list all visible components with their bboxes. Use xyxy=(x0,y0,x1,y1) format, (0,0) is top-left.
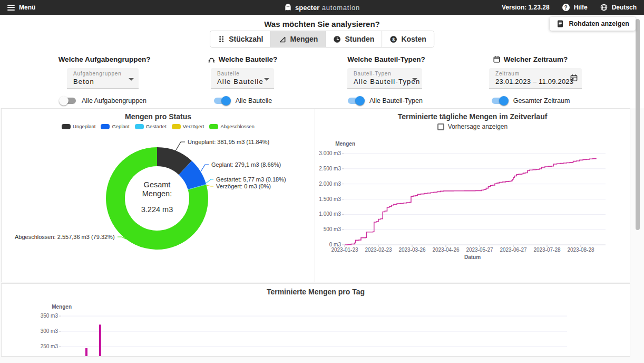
aufgabengruppen-select-label: Aufgabengruppen xyxy=(73,71,125,77)
svg-text:500 m3: 500 m3 xyxy=(324,226,341,232)
bauteil-typen-select-label: Bauteil-Typen xyxy=(354,71,408,77)
tab-mengen[interactable]: Mengen xyxy=(271,31,326,47)
set-square-icon xyxy=(279,35,287,43)
calendar-icon xyxy=(570,73,578,82)
toggle-alle-bauteil-typen-label: Alle Bauteil-Typen xyxy=(369,97,423,104)
clock-icon xyxy=(333,35,341,43)
toggle-alle-bauteil-typen[interactable] xyxy=(347,96,365,106)
svg-text:350 m3: 350 m3 xyxy=(41,313,58,319)
svg-text:2023-01-23: 2023-01-23 xyxy=(331,247,358,253)
language-label: Deutsch xyxy=(612,4,637,11)
tab-kosten-label: Kosten xyxy=(401,35,426,43)
help-button[interactable]: ? Hilfe xyxy=(562,4,588,11)
svg-text:2023-02-23: 2023-02-23 xyxy=(365,247,392,253)
show-raw-data-button[interactable]: Rohdaten anzeigen xyxy=(550,17,636,31)
timeline-panel: Terminierte tägliche Mengen im Zeitverla… xyxy=(315,108,630,282)
zeitraum-field-value: 23.01.2023 – 11.09.2023 xyxy=(495,78,566,85)
bauteile-select-label: Bauteile xyxy=(217,71,260,77)
svg-text:$: $ xyxy=(392,36,395,42)
slice-label-geplant: Geplant: 279,1 m3 (8.66%) xyxy=(211,161,281,168)
toggle-gesamter-zeitraum[interactable] xyxy=(491,96,509,106)
show-raw-data-label: Rohdaten anzeigen xyxy=(569,20,629,27)
filter-zeitraum-question: Welcher Zeitraum? xyxy=(489,55,571,63)
status-donut-panel: Mengen pro Status Ungeplant Geplant Gest… xyxy=(1,108,315,282)
help-label: Hilfe xyxy=(574,4,588,11)
chevron-down-icon xyxy=(129,78,134,81)
daily-bars-panel: Terminierte Mengen pro Tag Mengen 350 m3… xyxy=(1,283,630,357)
donut-center-total: Gesamt Mengen: 3.224 m3 xyxy=(125,180,189,214)
tab-stunden[interactable]: Stunden xyxy=(325,31,382,47)
analyze-tabs: Stückzahl Mengen Stunden $ xyxy=(210,31,434,47)
language-button[interactable]: Deutsch xyxy=(600,4,637,11)
svg-text:2023-04-26: 2023-04-26 xyxy=(432,247,460,253)
help-icon: ? xyxy=(562,4,570,11)
menu-label: Menü xyxy=(19,4,35,11)
hamburger-icon xyxy=(7,5,15,11)
svg-text:2023-06-27: 2023-06-27 xyxy=(500,247,527,253)
bauteil-typen-select[interactable]: Bauteil-Typen Alle Bauteil-Typen xyxy=(347,68,422,89)
slice-label-verzoegert: Verzögert: 0 m3 (0%) xyxy=(216,183,271,189)
toggle-alle-aufgabengruppen-label: Alle Aufgabengruppen xyxy=(82,97,147,104)
svg-text:1.500 m3: 1.500 m3 xyxy=(319,196,341,202)
toggle-alle-bauteile-label: Alle Bauteile xyxy=(236,97,272,104)
filter-section: Rohdaten anzeigen Was möchten Sie analys… xyxy=(0,15,644,108)
slice-label-ungeplant: Ungeplant: 381,95 m3 (11.84%) xyxy=(188,139,269,145)
tab-stueckzahl[interactable]: Stückzahl xyxy=(210,31,270,47)
bauteile-select-value: Alle Bauteile xyxy=(217,78,260,85)
timeline-x-axis-title: Datum xyxy=(315,254,630,260)
brand-name: specter xyxy=(295,4,319,12)
svg-text:300 m3: 300 m3 xyxy=(41,328,58,334)
toggle-alle-aufgabengruppen[interactable] xyxy=(59,96,77,106)
tab-stueckzahl-label: Stückzahl xyxy=(229,35,263,43)
filter-zeitraum: Welcher Zeitraum? Zeitraum 23.01.2023 – … xyxy=(489,55,571,106)
filter-bauteile-question: Welche Bauteile? xyxy=(203,55,282,63)
bauteil-typen-select-value: Alle Bauteil-Typen xyxy=(354,78,408,85)
analyze-question: Was möchten Sie analysieren? xyxy=(0,20,644,28)
zeitraum-field[interactable]: Zeitraum 23.01.2023 – 11.09.2023 xyxy=(489,68,582,89)
svg-text:2023-08-28: 2023-08-28 xyxy=(567,247,594,253)
filter-bauteile: Welche Bauteile? Bauteile Alle Bauteile … xyxy=(203,55,282,106)
filter-aufgabengruppen: Welche Aufgabengruppen? Aufgabengruppen … xyxy=(63,55,142,106)
version-label: Version: 1.23.28 xyxy=(502,4,550,11)
toggle-alle-bauteile[interactable] xyxy=(213,96,231,106)
chevron-down-icon xyxy=(412,78,417,81)
chevron-down-icon xyxy=(264,78,269,81)
document-icon xyxy=(556,20,564,28)
svg-text:2.000 m3: 2.000 m3 xyxy=(319,181,341,187)
ghost-icon xyxy=(284,3,292,12)
svg-text:2023-07-28: 2023-07-28 xyxy=(533,247,561,253)
tab-mengen-label: Mengen xyxy=(290,35,318,43)
bauteile-select[interactable]: Bauteile Alle Bauteile xyxy=(211,68,274,89)
money-icon: $ xyxy=(389,35,397,43)
filter-zeitraum-label: Welcher Zeitraum? xyxy=(504,55,568,63)
aufgabengruppen-select[interactable]: Aufgabengruppen Beton xyxy=(67,68,139,89)
brand-suffix: automation xyxy=(322,4,360,12)
svg-text:3.000 m3: 3.000 m3 xyxy=(319,150,341,156)
svg-text:250 m3: 250 m3 xyxy=(41,343,58,349)
filter-bauteil-typen-label: Welche Bauteil-Typen? xyxy=(347,55,425,63)
slice-label-abgeschlossen: Abgeschlossen: 2.557,36 m3 (79.32%) xyxy=(15,234,115,240)
top-nav: Menü specter automation Version: 1.23.28… xyxy=(0,0,644,15)
svg-text:2023-03-26: 2023-03-26 xyxy=(398,247,426,253)
aufgabengruppen-select-value: Beton xyxy=(73,78,125,85)
bridge-icon xyxy=(208,55,216,63)
svg-text:2023-05-27: 2023-05-27 xyxy=(466,247,493,253)
svg-text:2.500 m3: 2.500 m3 xyxy=(319,166,341,171)
filter-bauteil-typen-question: Welche Bauteil-Typen? xyxy=(345,55,424,63)
filter-aufgabengruppen-question: Welche Aufgabengruppen? xyxy=(63,55,142,63)
calendar-icon xyxy=(493,55,501,63)
filter-aufgabengruppen-label: Welche Aufgabengruppen? xyxy=(58,55,151,63)
filter-bauteil-typen: Welche Bauteil-Typen? Bauteil-Typen Alle… xyxy=(345,55,424,106)
count-icon xyxy=(218,35,225,43)
zeitraum-field-label: Zeitraum xyxy=(495,71,566,77)
app-root: Menü specter automation Version: 1.23.28… xyxy=(0,0,644,363)
calendar-picker-button[interactable] xyxy=(570,73,578,83)
menu-button[interactable]: Menü xyxy=(7,4,35,11)
tab-kosten[interactable]: $ Kosten xyxy=(382,31,433,47)
vertical-scrollbar[interactable] xyxy=(636,19,640,230)
filter-bauteile-label: Welche Bauteile? xyxy=(219,55,278,63)
toggle-gesamter-zeitraum-label: Gesamter Zeitraum xyxy=(513,97,570,104)
brand-logo: specter automation xyxy=(284,0,360,15)
daily-bars-chart[interactable]: 350 m3300 m3250 m3200 m3 xyxy=(2,284,630,357)
tab-stunden-label: Stunden xyxy=(345,35,374,43)
